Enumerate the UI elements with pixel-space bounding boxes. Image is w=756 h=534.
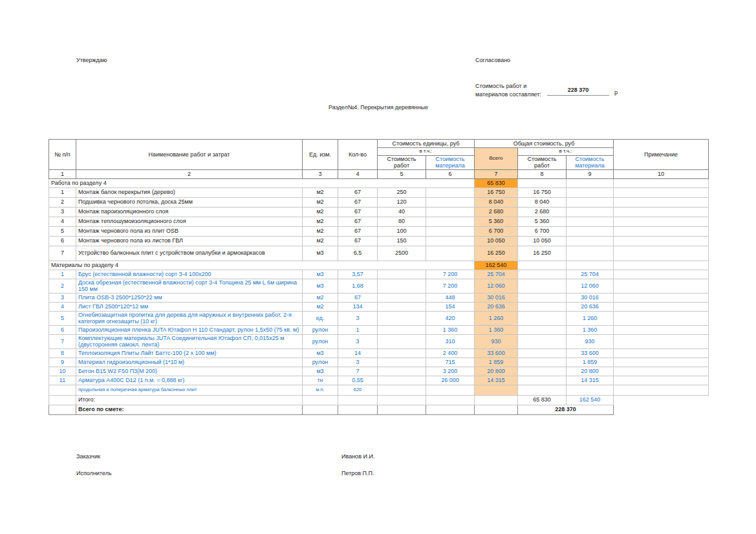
cell-unit-mat-cost: 7 200 xyxy=(426,270,475,279)
cell-total: 162 540 xyxy=(475,261,518,270)
cell-qty: 67 xyxy=(338,293,378,302)
estimate-document: Утверждаю Согласовано Стоимость работ и … xyxy=(0,0,756,534)
col-header-name: Наименование работ и затрат xyxy=(76,140,303,170)
cell-total: 8 040 xyxy=(475,197,518,207)
cell-total-work-cost xyxy=(518,376,567,385)
cell-qty: 1,68 xyxy=(338,279,378,293)
cell-unit-work-cost xyxy=(378,311,426,325)
table-row: 6Монтаж чернового пола из листов ГВЛм267… xyxy=(49,236,709,246)
table-row: 2Доска обрезная (естественной влажности)… xyxy=(49,279,709,293)
cell-name: Доска обрезная (естественной влажности) … xyxy=(76,279,303,293)
table-row: 10Бетон В15 W2 F50 П3(М 200)м373 20020 8… xyxy=(49,367,709,376)
cell-qty: 0,55 xyxy=(338,376,378,385)
cell-qty: 67 xyxy=(338,207,378,217)
section-name-cell: Материалы по разделу 4 xyxy=(49,261,475,270)
cell-unit-mat-cost xyxy=(426,217,475,226)
cell-unit: тн xyxy=(303,376,338,385)
cell-name: Теплоизоляция Плиты Лайт Баттс-100 (2 х … xyxy=(76,348,303,358)
totals-label-cell: Итого: xyxy=(76,395,303,405)
cell-name: Монтаж балок перекрытия (дерево) xyxy=(76,187,303,197)
table-row: 1Брус (естественной влажности) сорт 3-4 … xyxy=(49,270,709,279)
cell-unit-mat-cost xyxy=(426,395,475,405)
cell-name: Бетон В15 W2 F50 П3(М 200) xyxy=(76,367,303,376)
cell-num: 4 xyxy=(49,217,76,226)
cell-total-work-cost xyxy=(518,279,567,293)
cell-qty xyxy=(338,405,378,414)
cell-total-mat-cost: 30 016 xyxy=(567,293,614,302)
cell-unit-work-cost xyxy=(378,376,426,385)
cell-num xyxy=(49,405,76,414)
index-cell: 10 xyxy=(614,169,709,178)
contractor-label: Исполнитель xyxy=(76,470,112,476)
agree-label: Согласовано xyxy=(475,57,510,63)
index-cell: 4 xyxy=(338,169,378,178)
cell-unit-mat-cost xyxy=(426,236,475,246)
cell-total: 20 800 xyxy=(475,367,518,376)
cell-unit-work-cost xyxy=(378,293,426,302)
totals-work-cost-cell: 65 830 xyxy=(518,395,567,405)
cell-note xyxy=(614,246,709,261)
cell-total-work-cost xyxy=(518,385,567,395)
cell-total-work-cost: 16 250 xyxy=(518,246,567,261)
cell-qty: 67 xyxy=(338,236,378,246)
grand-total-value-cell: 228 370 xyxy=(518,405,614,414)
cell-unit: рулон xyxy=(303,358,338,367)
grand-total-label-cell: Всего по смете: xyxy=(76,405,303,414)
cell-total-work-cost xyxy=(518,261,567,270)
cell-total: 14 315 xyxy=(475,376,518,385)
cell-name: Плита OSB-3 2500*1250*22 мм xyxy=(76,293,303,302)
cell-total: 930 xyxy=(475,334,518,348)
col-header-unit-work-cost: Стоимость работ xyxy=(378,155,426,169)
cell-name: Комплектующие материалы JUTA Соединитель… xyxy=(76,334,303,348)
cell-unit: м2 xyxy=(303,207,338,217)
cost-total-value: 228 370 xyxy=(547,87,609,96)
cell-total-work-cost: 16 750 xyxy=(518,187,567,197)
cell-unit: м2 xyxy=(303,187,338,197)
cell-unit-mat-cost xyxy=(426,207,475,217)
cell-unit-mat-cost xyxy=(426,197,475,207)
cell-unit: м3 xyxy=(303,367,338,376)
cell-note xyxy=(614,376,709,385)
cell-qty: 3 xyxy=(338,334,378,348)
cell-num xyxy=(49,385,76,395)
cell-note xyxy=(614,325,709,334)
cell-unit-work-cost: 40 xyxy=(378,207,426,217)
table-row: 3Монтаж пароизоляционного слоям267402 68… xyxy=(49,207,709,217)
index-cell: 8 xyxy=(518,169,567,178)
incl-label-total: в т.ч.: xyxy=(518,148,614,156)
cell-unit-work-cost xyxy=(378,325,426,334)
cell-total-mat-cost xyxy=(567,197,614,207)
cell-qty: 134 xyxy=(338,302,378,311)
cell-num: 4 xyxy=(49,302,76,311)
cell-num: 1 xyxy=(49,187,76,197)
cell-num: 2 xyxy=(49,279,76,293)
cell-unit: м3 xyxy=(303,270,338,279)
cell-name: Монтаж пароизоляционного слоя xyxy=(76,207,303,217)
cell-unit: м3 xyxy=(303,348,338,358)
cell-total-mat-cost: 14 315 xyxy=(567,376,614,385)
cell-total: 30 016 xyxy=(475,293,518,302)
cell-note xyxy=(614,207,709,217)
cell-note xyxy=(614,334,709,348)
cell-unit-work-cost xyxy=(378,334,426,348)
cell-total: 65 830 xyxy=(475,178,518,187)
cell-unit-work-cost: 120 xyxy=(378,197,426,207)
cell-total-work-cost xyxy=(518,358,567,367)
cell-total-work-cost xyxy=(518,311,567,325)
cell-note xyxy=(614,279,709,293)
cell-num: 7 xyxy=(49,246,76,261)
approve-label: Утверждаю xyxy=(76,57,107,63)
cell-num: 6 xyxy=(49,236,76,246)
estimate-table-wrap: № п/п Наименование работ и затрат Ед. из… xyxy=(49,139,709,415)
cell-note xyxy=(614,302,709,311)
cell-note xyxy=(614,311,709,325)
index-cell: 2 xyxy=(76,169,303,178)
cell-name: Монтаж теплошумоизоляционного слоя xyxy=(76,217,303,226)
cell-total: 1 859 xyxy=(475,358,518,367)
header-row-index: 1 2 3 4 5 6 7 8 9 10 xyxy=(49,169,709,178)
header-row-groups: № п/п Наименование работ и затрат Ед. из… xyxy=(49,140,709,148)
cell-qty: 3 xyxy=(338,358,378,367)
cell-note xyxy=(614,367,709,376)
index-cell: 6 xyxy=(426,169,475,178)
totals-mat-cost-cell: 162 540 xyxy=(567,395,614,405)
